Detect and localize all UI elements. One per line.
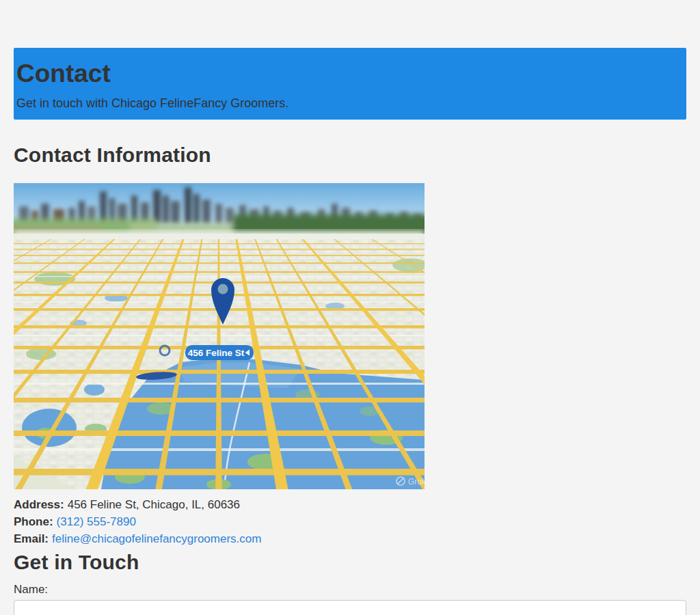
- contact-details: Address:456 Feline St, Chicago, IL, 6063…: [14, 496, 686, 547]
- phone-line: Phone:(312) 555-7890: [14, 513, 686, 530]
- name-input[interactable]: [14, 600, 686, 615]
- contact-form-section: Get in Touch Name:: [14, 550, 686, 615]
- hero-subtitle: Get in touch with Chicago FelineFancy Gr…: [16, 95, 684, 111]
- address-line: Address:456 Feline St, Chicago, IL, 6063…: [14, 496, 686, 513]
- contact-info-section: Contact Information: [14, 143, 686, 547]
- page-container: Contact Get in touch with Chicago Feline…: [0, 48, 700, 615]
- contact-page: { "hero": { "title": "Contact", "subtitl…: [0, 0, 700, 615]
- map-graphic: 456 Feline St Grok: [14, 183, 425, 489]
- watermark-text: Grok: [408, 477, 425, 487]
- street-label: 456 Feline St: [185, 345, 254, 360]
- email-line: Email:feline@chicagofelinefancygroomers.…: [14, 530, 686, 547]
- get-in-touch-heading: Get in Touch: [14, 550, 686, 575]
- contact-info-heading: Contact Information: [14, 143, 686, 167]
- hero-banner: Contact Get in touch with Chicago Feline…: [14, 48, 686, 120]
- email-label: Email:: [14, 532, 49, 545]
- map-image: 456 Feline St Grok: [14, 183, 425, 489]
- phone-link[interactable]: (312) 555-7890: [57, 515, 136, 528]
- street-label-text: 456 Feline St: [188, 348, 245, 358]
- page-title: Contact: [16, 57, 684, 90]
- address-label: Address:: [14, 498, 64, 511]
- name-label: Name:: [14, 581, 686, 598]
- phone-label: Phone:: [14, 515, 53, 528]
- address-value: 456 Feline St, Chicago, IL, 60636: [68, 498, 240, 511]
- email-link[interactable]: feline@chicagofelinefancygroomers.com: [52, 532, 261, 545]
